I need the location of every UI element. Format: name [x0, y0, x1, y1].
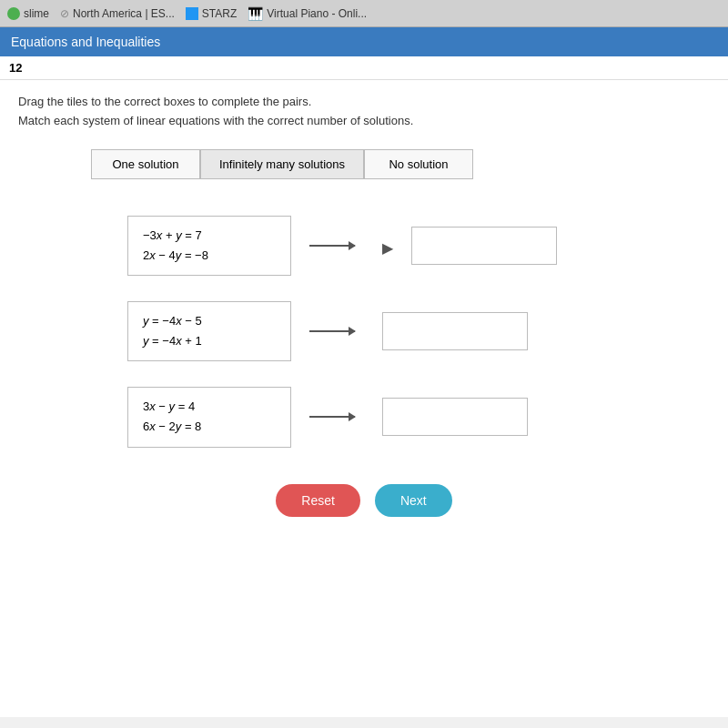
tab-starz-label: STARZ — [202, 7, 237, 20]
tab-bar: slime ⊘ North America | ES... STARZ 🎹 Vi… — [0, 0, 728, 27]
main-content: Drag the tiles to the correct boxes to c… — [0, 80, 728, 717]
equation-row-2: y = −4x − 5 y = −4x + 1 — [127, 301, 710, 361]
tab-starz[interactable]: STARZ — [186, 7, 237, 20]
piano-icon: 🎹 — [248, 6, 263, 21]
arrow-2 — [309, 330, 364, 332]
arrow-line-3 — [309, 416, 355, 418]
instruction-1: Drag the tiles to the correct boxes to c… — [18, 95, 710, 108]
next-button[interactable]: Next — [375, 484, 452, 517]
equation-box-1: −3x + y = 7 2x − 4y = −8 — [127, 216, 291, 276]
question-number: 12 — [9, 61, 22, 75]
tab-slime-label: slime — [24, 7, 49, 20]
bottom-bar: Reset Next — [18, 484, 710, 535]
eq2-line2: y = −4x + 1 — [143, 331, 276, 351]
eq3-line1: 3x − y = 4 — [143, 397, 276, 417]
reset-button[interactable]: Reset — [276, 484, 360, 517]
tile-one-solution[interactable]: One solution — [91, 149, 200, 179]
equation-box-2: y = −4x − 5 y = −4x + 1 — [127, 301, 291, 361]
eq2-line1: y = −4x − 5 — [143, 311, 276, 331]
arrow-line-2 — [309, 330, 355, 332]
app-header-title: Equations and Inequalities — [11, 35, 160, 49]
tile-infinite-solutions[interactable]: Infinitely many solutions — [200, 149, 364, 179]
arrow-3 — [309, 416, 364, 418]
cursor-indicator: ▶ — [382, 239, 393, 257]
eq1-line1: −3x + y = 7 — [143, 226, 276, 246]
tab-piano-label: Virtual Piano - Onli... — [267, 7, 367, 20]
na-icon: ⊘ — [60, 7, 69, 20]
eq1-line2: 2x − 4y = −8 — [143, 246, 276, 266]
answer-box-3[interactable] — [382, 398, 528, 436]
arrow-1 — [309, 245, 364, 247]
answer-box-2[interactable] — [382, 312, 528, 350]
tab-na-label: North America | ES... — [73, 7, 175, 20]
arrow-line-1 — [309, 245, 355, 247]
slime-icon — [7, 7, 20, 20]
equation-row-3: 3x − y = 4 6x − 2y = 8 — [127, 387, 710, 447]
tab-slime[interactable]: slime — [7, 7, 49, 20]
tiles-row: One solution Infinitely many solutions N… — [18, 149, 710, 179]
equation-row-1: −3x + y = 7 2x − 4y = −8 ▶ — [127, 216, 710, 276]
tab-piano[interactable]: 🎹 Virtual Piano - Onli... — [248, 6, 367, 21]
instruction-2: Match each system of linear equations wi… — [18, 114, 710, 127]
tab-na[interactable]: ⊘ North America | ES... — [60, 7, 175, 20]
question-num-bar: 12 — [0, 56, 728, 80]
answer-box-1[interactable] — [411, 227, 557, 265]
eq3-line2: 6x − 2y = 8 — [143, 417, 276, 437]
app-header: Equations and Inequalities — [0, 27, 728, 56]
tile-no-solution[interactable]: No solution — [364, 149, 473, 179]
equations-section: −3x + y = 7 2x − 4y = −8 ▶ y = −4x − 5 y… — [18, 216, 710, 448]
equation-box-3: 3x − y = 4 6x − 2y = 8 — [127, 387, 291, 447]
starz-icon — [186, 7, 198, 20]
